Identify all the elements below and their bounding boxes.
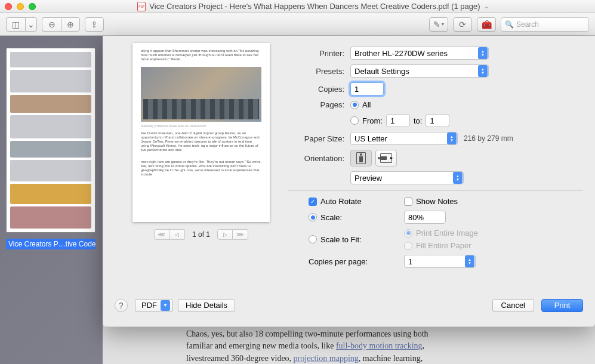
link-projection[interactable]: projection mapping xyxy=(294,354,359,363)
help-icon: ? xyxy=(119,301,124,310)
preview-nav-back[interactable]: ⋘ ◁ xyxy=(154,229,185,240)
zoom-out-button[interactable]: ⊖ xyxy=(42,17,61,32)
pages-label: Pages: xyxy=(288,100,350,109)
hide-details-button[interactable]: Hide Details xyxy=(178,299,235,312)
select-arrows-icon: ▲▼ xyxy=(478,47,488,59)
zoom-in-button[interactable]: ⊕ xyxy=(61,17,80,32)
chevron-down-icon: ▼ xyxy=(161,300,170,311)
presets-label: Presets: xyxy=(288,67,350,76)
close-window-button[interactable] xyxy=(5,3,12,10)
select-arrows-icon: ▲▼ xyxy=(447,132,457,144)
cancel-button[interactable]: Cancel xyxy=(492,299,534,312)
printer-label: Printer: xyxy=(288,49,350,58)
pages-all-label: All xyxy=(362,100,371,109)
markup-button[interactable]: 🧰 xyxy=(477,17,496,32)
window-titlebar: Vice Creators Project - Here's What Happ… xyxy=(0,0,595,13)
print-button[interactable]: Print xyxy=(541,299,583,312)
print-preview-page: aking it appear that Sherman's avatar wa… xyxy=(132,43,270,222)
to-label: to: xyxy=(414,116,422,125)
copies-per-page-label: Copies per page: xyxy=(309,257,386,266)
preview-image xyxy=(141,67,261,122)
search-placeholder: Search xyxy=(516,20,539,29)
zoom-window-button[interactable] xyxy=(29,3,36,10)
fill-entire-paper-radio xyxy=(404,242,412,250)
orientation-landscape-button[interactable]: ▸ xyxy=(375,150,397,166)
orientation-label: Orientation: xyxy=(288,154,350,163)
select-arrows-icon: ▲▼ xyxy=(478,65,488,77)
markup-icon: 🧰 xyxy=(482,20,492,29)
portrait-icon xyxy=(356,152,366,164)
print-entire-image-label: Print Entire Image xyxy=(416,229,478,237)
app-toolbar: ◫ ⌄ ⊖ ⊕ ⇪ ✎▾ ⟳ 🧰 🔍 Search xyxy=(0,13,595,36)
printer-select[interactable]: Brother HL-2270DW series ▲▼ xyxy=(350,47,489,60)
rotate-button[interactable]: ⟳ xyxy=(453,17,472,32)
help-button[interactable]: ? xyxy=(115,299,128,312)
auto-rotate-label: Auto Rotate xyxy=(320,197,362,206)
pdf-menu-button[interactable]: PDF ▼ xyxy=(135,299,173,312)
prev-page-button[interactable]: ◁ xyxy=(169,229,185,240)
sidebar-toggle-button[interactable]: ◫ xyxy=(6,17,25,32)
auto-rotate-checkbox[interactable] xyxy=(309,198,317,206)
annotate-button[interactable]: ✎▾ xyxy=(429,17,448,32)
copies-per-page-select[interactable]: 1 ▲▼ xyxy=(404,255,476,268)
page-thumbnail[interactable] xyxy=(6,48,95,233)
zoom-out-icon: ⊖ xyxy=(48,20,56,29)
minimize-window-button[interactable] xyxy=(17,3,24,10)
search-icon: 🔍 xyxy=(505,20,514,29)
paper-dims: 216 by 279 mm xyxy=(464,134,513,143)
last-page-button[interactable]: ⋙ xyxy=(233,229,248,240)
pencil-icon: ✎ xyxy=(433,20,440,29)
paper-size-select[interactable]: US Letter ▲▼ xyxy=(350,132,458,145)
app-section-select[interactable]: Preview ▲▼ xyxy=(350,171,464,184)
from-label: From: xyxy=(362,116,383,125)
search-input[interactable]: 🔍 Search xyxy=(501,17,589,32)
thumbnails-sidebar: Vice Creators P…tive Coder xyxy=(0,36,103,364)
first-page-button[interactable]: ⋘ xyxy=(154,229,169,240)
from-input[interactable]: 1 xyxy=(386,114,410,127)
paper-size-label: Paper Size: xyxy=(288,134,350,143)
zoom-in-icon: ⊕ xyxy=(67,20,74,29)
thumbnail-filename: Vice Creators P…tive Coder xyxy=(6,239,95,249)
scale-radio[interactable] xyxy=(309,213,317,221)
scale-label: Scale: xyxy=(320,213,342,222)
fill-entire-paper-label: Fill Entire Paper xyxy=(416,241,471,250)
share-button[interactable]: ⇪ xyxy=(85,17,104,32)
presets-select[interactable]: Default Settings ▲▼ xyxy=(350,64,489,78)
orientation-portrait-button[interactable] xyxy=(350,150,372,166)
scale-to-fit-label: Scale to Fit: xyxy=(320,235,362,244)
sidebar-options-button[interactable]: ⌄ xyxy=(25,17,37,32)
share-icon: ⇪ xyxy=(91,20,98,29)
next-page-button[interactable]: ▷ xyxy=(217,229,233,240)
scale-input[interactable]: 80% xyxy=(404,211,446,224)
link-full-body[interactable]: full-body motion tracking xyxy=(336,341,423,350)
page-indicator: 1 of 1 xyxy=(192,230,210,239)
document-type-icon xyxy=(137,2,146,11)
show-notes-checkbox[interactable] xyxy=(404,198,412,206)
copies-label: Copies: xyxy=(288,85,350,94)
pages-range-radio[interactable] xyxy=(350,116,359,125)
pages-all-radio[interactable] xyxy=(350,101,359,109)
preview-nav-fwd[interactable]: ▷ ⋙ xyxy=(217,229,248,240)
select-arrows-icon: ▲▼ xyxy=(453,172,463,184)
landscape-icon: ▸ xyxy=(380,153,392,163)
title-dropdown-icon[interactable]: ⌄ xyxy=(484,3,489,10)
copies-input[interactable]: 1 xyxy=(350,82,384,95)
show-notes-label: Show Notes xyxy=(416,197,458,206)
traffic-lights xyxy=(5,3,36,10)
print-entire-image-radio xyxy=(404,229,412,237)
rotate-icon: ⟳ xyxy=(459,20,466,29)
to-input[interactable]: 1 xyxy=(426,114,449,127)
print-dialog: aking it appear that Sherman's avatar wa… xyxy=(103,36,595,327)
scale-to-fit-radio[interactable] xyxy=(309,235,317,243)
select-arrows-icon: ▲▼ xyxy=(465,255,474,267)
window-title: Vice Creators Project - Here's What Happ… xyxy=(149,2,480,11)
